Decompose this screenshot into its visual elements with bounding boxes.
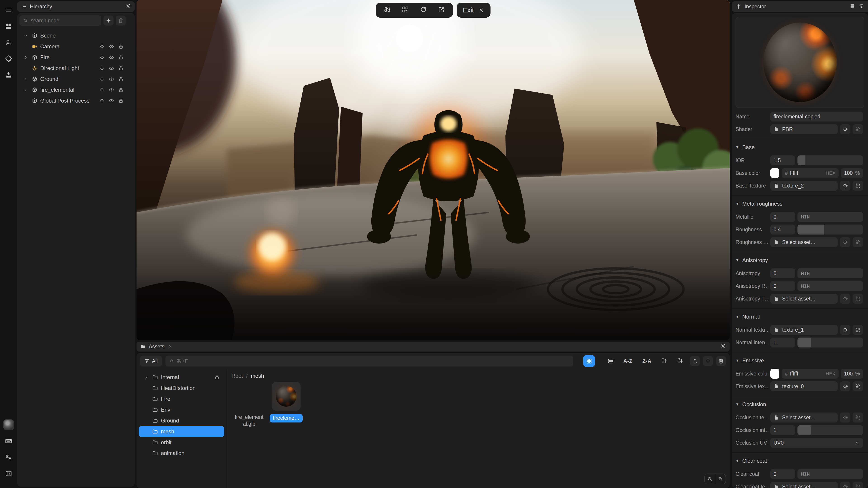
add-asset-button[interactable] (703, 356, 713, 366)
folder-fire[interactable]: Fire (139, 394, 224, 404)
unlock-icon[interactable] (118, 98, 124, 104)
value-input[interactable]: 0 (770, 469, 795, 479)
dashboard-button[interactable] (3, 21, 14, 32)
visibility-icon[interactable] (108, 76, 114, 82)
zoom-in-button[interactable] (715, 474, 725, 484)
locate-asset-button[interactable] (840, 413, 850, 422)
qr-code-button[interactable] (401, 6, 409, 15)
hex-input[interactable]: #ffffffHEX (782, 168, 839, 178)
open-external-button[interactable] (438, 6, 445, 15)
unlink-asset-button[interactable] (852, 381, 863, 391)
hierarchy-node-scene[interactable]: Scene (17, 30, 135, 41)
unlock-icon[interactable] (118, 43, 124, 50)
collapse-sidebar-button[interactable] (3, 468, 14, 479)
folder-env[interactable]: Env (139, 404, 224, 415)
shortcuts-button[interactable] (3, 435, 14, 447)
hex-input[interactable]: #ffffffHEX (782, 369, 839, 379)
asset-field[interactable]: texture_0 (770, 381, 838, 391)
delete-node-button[interactable] (116, 15, 126, 26)
material-preview[interactable] (736, 17, 864, 108)
plugins-button[interactable] (3, 53, 14, 64)
section-header[interactable]: ▼Occlusion (736, 399, 864, 410)
locate-asset-button[interactable] (840, 237, 850, 247)
sort-az-button[interactable]: A-Z (620, 358, 636, 364)
focus-node-icon[interactable] (99, 43, 105, 50)
value-input[interactable]: 0 (770, 212, 795, 222)
hierarchy-node-camera[interactable]: Camera (17, 41, 135, 52)
unlock-icon[interactable] (118, 65, 124, 71)
color-swatch[interactable] (770, 369, 779, 379)
focus-node-icon[interactable] (99, 87, 105, 93)
locate-asset-button[interactable] (840, 294, 850, 304)
asset-item[interactable]: fire_elemental.glb (234, 382, 264, 427)
node-expander[interactable] (23, 76, 29, 82)
value-slider[interactable]: MIN (798, 469, 863, 479)
value-input[interactable]: 0.4 (770, 225, 795, 234)
visibility-icon[interactable] (108, 65, 114, 71)
value-input[interactable]: 0 (770, 268, 795, 278)
focus-node-icon[interactable] (99, 55, 105, 60)
unlink-asset-button[interactable] (852, 294, 863, 304)
sort-za-button[interactable]: Z-A (639, 358, 655, 364)
focus-node-icon[interactable] (99, 65, 105, 71)
unlock-icon[interactable] (118, 55, 124, 60)
asset-field[interactable]: texture_1 (770, 325, 838, 335)
unlink-asset-button[interactable] (852, 237, 863, 247)
grid-view-button[interactable] (583, 355, 595, 367)
folder-heatdistortion[interactable]: HeatDIstortion (139, 383, 224, 394)
inspector-layout-button[interactable] (849, 3, 855, 10)
hierarchy-node-global-post-process[interactable]: Global Post Process (17, 95, 135, 106)
folder-expander[interactable] (144, 375, 149, 380)
visibility-icon[interactable] (108, 98, 114, 104)
alpha-input[interactable]: 100% (841, 168, 863, 178)
unlock-icon[interactable] (118, 87, 124, 93)
scene-search-button[interactable] (383, 6, 391, 15)
value-slider[interactable] (798, 337, 863, 348)
color-swatch[interactable] (770, 168, 779, 178)
viewport[interactable]: Exit (136, 0, 730, 340)
section-header[interactable]: ▼Normal (736, 312, 864, 322)
locate-asset-button[interactable] (840, 325, 850, 335)
menu-button[interactable] (3, 4, 14, 15)
node-expander[interactable] (23, 54, 29, 61)
zoom-out-button[interactable] (705, 474, 715, 484)
import-button[interactable] (3, 70, 14, 80)
add-user-button[interactable] (3, 37, 14, 48)
focus-node-icon[interactable] (99, 76, 105, 82)
exit-button[interactable]: Exit (457, 3, 491, 18)
hierarchy-search-input[interactable] (31, 18, 98, 24)
unlink-asset-button[interactable] (852, 181, 863, 191)
alpha-input[interactable]: 100% (841, 369, 863, 379)
user-avatar[interactable] (3, 419, 14, 430)
section-header[interactable]: ▼Anisotropy (736, 255, 864, 265)
visibility-icon[interactable] (108, 55, 114, 60)
material-name-input[interactable]: fireelemental-copied (770, 111, 863, 122)
value-slider[interactable] (798, 425, 863, 435)
sort-asc-button[interactable] (658, 357, 671, 365)
asset-field[interactable]: texture_2 (770, 181, 838, 191)
assets-settings-button[interactable] (720, 343, 726, 350)
folder-internal[interactable]: Internal (139, 372, 224, 383)
hierarchy-settings-button[interactable] (125, 3, 131, 10)
asset-field[interactable]: Select asset… (770, 482, 838, 488)
add-node-button[interactable] (103, 15, 114, 26)
value-input[interactable]: 1 (770, 337, 795, 348)
locate-asset-button[interactable] (840, 381, 850, 391)
unlink-asset-button[interactable] (852, 325, 863, 335)
visibility-icon[interactable] (108, 43, 114, 50)
asset-field[interactable]: Select asset… (770, 237, 838, 247)
hierarchy-node-fire-elemental[interactable]: fire_elemental (17, 85, 135, 95)
shader-locate-button[interactable] (840, 124, 850, 134)
asset-field[interactable]: Select asset… (770, 413, 838, 422)
unlink-asset-button[interactable] (852, 413, 863, 422)
value-input[interactable]: 0 (770, 281, 795, 291)
value-slider[interactable] (798, 225, 863, 234)
uv-select[interactable]: UV0 (770, 438, 863, 448)
locate-asset-button[interactable] (840, 482, 850, 488)
assets-tab-close-button[interactable] (167, 343, 173, 350)
section-header[interactable]: ▼Metal roughness (736, 199, 864, 209)
hierarchy-node-ground[interactable]: Ground (17, 74, 135, 85)
breadcrumb-root[interactable]: Root (231, 373, 243, 379)
section-header[interactable]: ▼Clear coat (736, 456, 864, 466)
folder-ground[interactable]: Ground (139, 415, 224, 426)
